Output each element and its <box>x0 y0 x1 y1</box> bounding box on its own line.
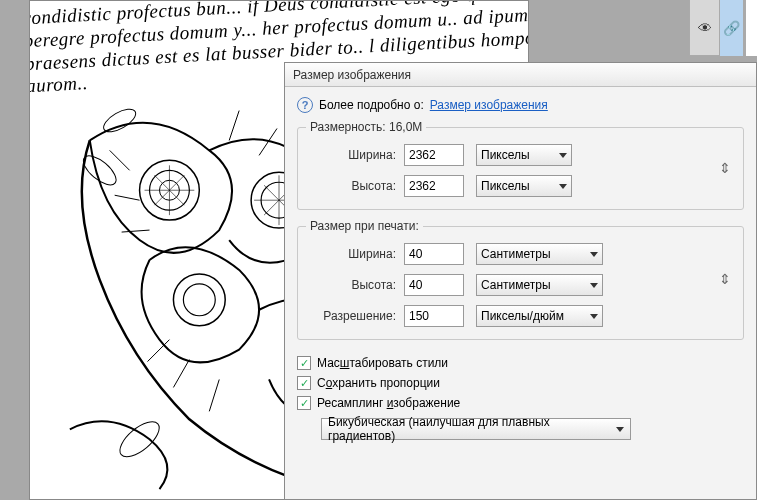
doc-height-input[interactable] <box>404 274 464 296</box>
resolution-input[interactable] <box>404 305 464 327</box>
doc-width-unit-select[interactable]: Сантиметры <box>476 243 603 265</box>
eye-icon: 👁 <box>698 20 712 36</box>
svg-point-13 <box>114 415 165 463</box>
chevron-down-icon <box>590 283 598 288</box>
document-size-group: Размер при печати: Ширина: Сантиметры ⇕ … <box>297 226 744 340</box>
dialog-title: Размер изображения <box>285 63 756 87</box>
constrain-link-icon[interactable]: ⇕ <box>717 154 733 182</box>
resolution-label: Разрешение: <box>310 309 404 323</box>
checkbox-icon <box>297 396 311 410</box>
svg-point-6 <box>183 284 215 316</box>
checkbox-icon <box>297 356 311 370</box>
chevron-down-icon <box>590 314 598 319</box>
help-icon: ? <box>297 97 313 113</box>
doc-height-unit-select[interactable]: Сантиметры <box>476 274 603 296</box>
chevron-down-icon <box>559 184 567 189</box>
chevron-down-icon <box>559 153 567 158</box>
help-row: ? Более подробно о: Размер изображения <box>297 97 744 113</box>
resample-label: Ресамплинг изображение <box>317 396 460 410</box>
pixel-height-input[interactable] <box>404 175 464 197</box>
doc-width-input[interactable] <box>404 243 464 265</box>
resample-checkbox-row[interactable]: Ресамплинг изображение <box>297 396 744 410</box>
help-link[interactable]: Размер изображения <box>430 98 548 112</box>
pixel-width-input[interactable] <box>404 144 464 166</box>
resample-method-select[interactable]: Бикубическая (наилучшая для плавных град… <box>321 418 631 440</box>
scale-styles-label: Масштабировать стили <box>317 356 448 370</box>
pixel-dimensions-group: Размерность: 16,0M Ширина: Пикселы ⇕ Выс… <box>297 127 744 210</box>
layers-link-cell[interactable]: 🔗 <box>719 0 743 56</box>
image-size-dialog: Размер изображения ? Более подробно о: Р… <box>284 62 757 500</box>
layers-visibility-cell[interactable]: 👁 <box>689 0 719 56</box>
doc-height-label: Высота: <box>310 278 404 292</box>
pixel-height-unit-select[interactable]: Пикселы <box>476 175 572 197</box>
height-label: Высота: <box>310 179 404 193</box>
constrain-label: Сохранить пропорции <box>317 376 440 390</box>
svg-point-5 <box>173 274 225 326</box>
pixel-dimensions-legend: Размерность: 16,0M <box>306 120 426 134</box>
chevron-down-icon <box>616 427 624 432</box>
help-prefix: Более подробно о: <box>319 98 424 112</box>
resolution-unit-select[interactable]: Пикселы/дюйм <box>476 305 603 327</box>
constrain-proportions-checkbox-row[interactable]: Сохранить пропорции <box>297 376 744 390</box>
pixel-width-unit-select[interactable]: Пикселы <box>476 144 572 166</box>
link-icon: 🔗 <box>723 20 740 36</box>
constrain-doc-link-icon[interactable]: ⇕ <box>717 265 733 293</box>
layer-thumbnail[interactable] <box>745 0 757 56</box>
width-label: Ширина: <box>310 148 404 162</box>
scale-styles-checkbox-row[interactable]: Масштабировать стили <box>297 356 744 370</box>
document-size-legend: Размер при печати: <box>306 219 423 233</box>
checkbox-icon <box>297 376 311 390</box>
svg-point-9 <box>100 105 139 137</box>
chevron-down-icon <box>590 252 598 257</box>
doc-width-label: Ширина: <box>310 247 404 261</box>
